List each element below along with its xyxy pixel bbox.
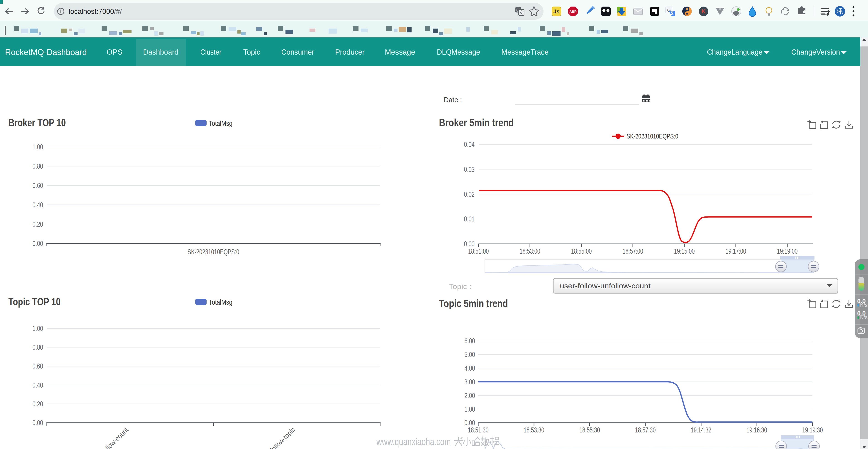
svg-text:18:55:00: 18:55:00 — [571, 247, 592, 255]
svg-text:Js: Js — [554, 8, 560, 14]
svg-text:18:57:00: 18:57:00 — [623, 247, 643, 255]
svg-text:OPS: OPS — [106, 48, 122, 56]
svg-text:2.00: 2.00 — [464, 391, 475, 399]
svg-text:Broker TOP 10: Broker TOP 10 — [8, 117, 66, 129]
svg-text:18:53:00: 18:53:00 — [520, 247, 540, 255]
svg-text:1.00: 1.00 — [32, 143, 43, 151]
svg-text:0.60: 0.60 — [32, 362, 43, 370]
svg-text:19:19:30: 19:19:30 — [802, 426, 823, 434]
svg-text:TotalMsg: TotalMsg — [209, 298, 232, 306]
svg-text:0.01: 0.01 — [464, 215, 474, 223]
svg-text:K/s: K/s — [860, 302, 868, 308]
svg-text:ChangeLanguage: ChangeLanguage — [707, 48, 763, 56]
svg-text:MessageTrace: MessageTrace — [501, 48, 549, 56]
svg-text:www.quanxiaoha.com: www.quanxiaoha.com — [376, 436, 451, 447]
svg-text:18:51:30: 18:51:30 — [468, 426, 489, 434]
svg-text:18:53:30: 18:53:30 — [524, 426, 544, 434]
svg-text:SK-20231010EQPS:0: SK-20231010EQPS:0 — [188, 248, 239, 256]
svg-text:0.80: 0.80 — [32, 162, 43, 170]
svg-text:19:14:32: 19:14:32 — [691, 426, 711, 434]
svg-text:0.20: 0.20 — [32, 220, 43, 228]
svg-text:0.60: 0.60 — [32, 181, 43, 190]
svg-text:localhost:7000/#/: localhost:7000/#/ — [69, 7, 122, 15]
svg-text:0.00: 0.00 — [464, 240, 474, 248]
svg-text:6.00: 6.00 — [464, 337, 475, 345]
svg-text:Producer: Producer — [335, 48, 365, 56]
svg-text:19:15:00: 19:15:00 — [674, 247, 695, 255]
svg-text:0.40: 0.40 — [32, 201, 43, 209]
svg-text:0.00: 0.00 — [32, 419, 43, 427]
svg-text:0.20: 0.20 — [32, 400, 43, 408]
svg-text:Dashboard: Dashboard — [143, 48, 179, 56]
svg-text:ChangeVersion: ChangeVersion — [792, 48, 840, 56]
svg-text:5.00: 5.00 — [464, 350, 475, 359]
svg-text:Topic 5min trend: Topic 5min trend — [439, 298, 508, 309]
svg-text:Date :: Date : — [444, 96, 462, 104]
svg-text:Topic: Topic — [243, 48, 260, 56]
svg-text:Broker 5min trend: Broker 5min trend — [439, 117, 514, 129]
svg-text:3.00: 3.00 — [464, 378, 475, 386]
svg-text:0.00: 0.00 — [32, 239, 43, 248]
svg-text:Message: Message — [385, 48, 415, 56]
svg-text:18:57:30: 18:57:30 — [635, 426, 656, 434]
svg-text:SK-20231010EQPS:0: SK-20231010EQPS:0 — [626, 132, 678, 140]
svg-text:1.00: 1.00 — [32, 324, 43, 332]
svg-text:0.03: 0.03 — [464, 165, 474, 173]
svg-text:Topic TOP 10: Topic TOP 10 — [8, 296, 61, 308]
svg-text:19:19:00: 19:19:00 — [777, 247, 798, 255]
svg-text:0.02: 0.02 — [464, 190, 474, 198]
svg-text:K: K — [702, 8, 706, 15]
svg-text:Cluster: Cluster — [200, 48, 221, 56]
svg-text:DLQMessage: DLQMessage — [437, 48, 480, 56]
svg-text:4.00: 4.00 — [464, 364, 475, 372]
svg-text:user-follow-unfollow-count: user-follow-unfollow-count — [560, 282, 651, 290]
svg-text:18:55:30: 18:55:30 — [579, 426, 600, 434]
svg-text:1.00: 1.00 — [464, 405, 475, 413]
svg-text:0.40: 0.40 — [32, 381, 43, 389]
svg-text:0.80: 0.80 — [32, 343, 43, 351]
svg-text:18:51:00: 18:51:00 — [468, 247, 489, 255]
svg-text:0.00: 0.00 — [464, 419, 475, 427]
svg-text:19:16:30: 19:16:30 — [746, 426, 767, 434]
svg-text:RocketMQ-Dashboard: RocketMQ-Dashboard — [5, 47, 87, 57]
svg-text:0.04: 0.04 — [464, 140, 474, 149]
svg-text:Topic :: Topic : — [449, 283, 471, 291]
svg-text:K/s: K/s — [860, 314, 868, 320]
svg-text:19:17:00: 19:17:00 — [725, 247, 746, 255]
svg-text:Consumer: Consumer — [281, 48, 314, 56]
svg-text:ABP: ABP — [569, 9, 577, 13]
svg-text:TotalMsg: TotalMsg — [209, 120, 232, 127]
